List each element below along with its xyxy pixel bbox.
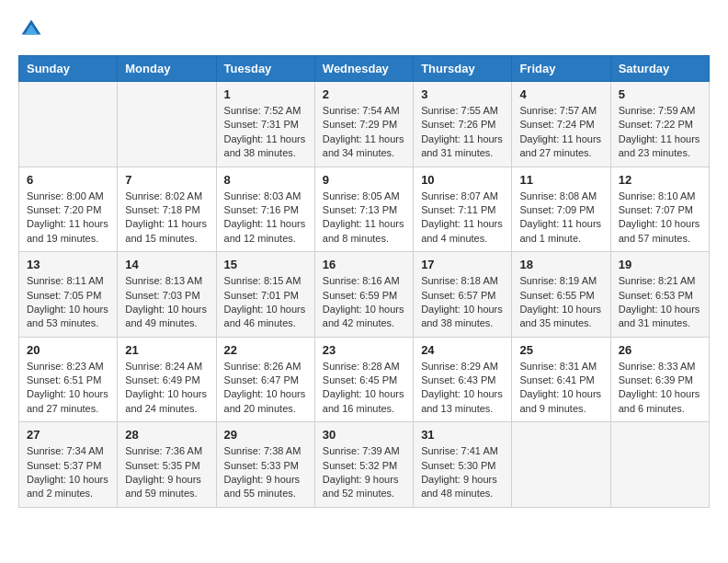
header-cell: Wednesday xyxy=(314,56,413,82)
day-number: 21 xyxy=(125,343,208,357)
cell-info: Sunrise: 8:11 AM Sunset: 7:05 PM Dayligh… xyxy=(27,274,109,331)
calendar-cell: 21Sunrise: 8:24 AM Sunset: 6:49 PM Dayli… xyxy=(118,337,216,422)
calendar-cell: 17Sunrise: 8:18 AM Sunset: 6:57 PM Dayli… xyxy=(414,252,512,338)
cell-info: Sunrise: 8:28 AM Sunset: 6:45 PM Dayligh… xyxy=(323,360,405,417)
header-cell: Sunday xyxy=(19,56,118,82)
header-cell: Friday xyxy=(512,56,610,82)
calendar-cell: 11Sunrise: 8:08 AM Sunset: 7:09 PM Dayli… xyxy=(512,167,610,252)
cell-info: Sunrise: 7:59 AM Sunset: 7:22 PM Dayligh… xyxy=(619,104,701,161)
calendar-cell: 5Sunrise: 7:59 AM Sunset: 7:22 PM Daylig… xyxy=(610,82,709,167)
calendar-cell: 19Sunrise: 8:21 AM Sunset: 6:53 PM Dayli… xyxy=(610,252,709,338)
day-number: 30 xyxy=(323,428,405,442)
header-row: SundayMondayTuesdayWednesdayThursdayFrid… xyxy=(19,56,710,82)
cell-info: Sunrise: 7:38 AM Sunset: 5:33 PM Dayligh… xyxy=(224,444,307,501)
cell-info: Sunrise: 8:23 AM Sunset: 6:51 PM Dayligh… xyxy=(27,360,109,417)
cell-info: Sunrise: 8:31 AM Sunset: 6:41 PM Dayligh… xyxy=(519,360,602,417)
cell-info: Sunrise: 8:07 AM Sunset: 7:11 PM Dayligh… xyxy=(421,190,504,247)
cell-info: Sunrise: 7:52 AM Sunset: 7:31 PM Dayligh… xyxy=(224,104,307,161)
calendar-cell: 2Sunrise: 7:54 AM Sunset: 7:29 PM Daylig… xyxy=(314,82,413,167)
calendar-cell: 24Sunrise: 8:29 AM Sunset: 6:43 PM Dayli… xyxy=(414,337,512,422)
cell-info: Sunrise: 7:54 AM Sunset: 7:29 PM Dayligh… xyxy=(323,104,405,161)
calendar-cell: 15Sunrise: 8:15 AM Sunset: 7:01 PM Dayli… xyxy=(216,252,314,338)
cell-info: Sunrise: 8:13 AM Sunset: 7:03 PM Dayligh… xyxy=(125,274,208,331)
calendar-row: 27Sunrise: 7:34 AM Sunset: 5:37 PM Dayli… xyxy=(19,422,710,508)
cell-info: Sunrise: 8:19 AM Sunset: 6:55 PM Dayligh… xyxy=(519,274,602,331)
cell-info: Sunrise: 8:16 AM Sunset: 6:59 PM Dayligh… xyxy=(323,274,405,331)
cell-info: Sunrise: 8:15 AM Sunset: 7:01 PM Dayligh… xyxy=(224,274,307,331)
calendar-cell: 14Sunrise: 8:13 AM Sunset: 7:03 PM Dayli… xyxy=(118,252,216,338)
cell-info: Sunrise: 8:05 AM Sunset: 7:13 PM Dayligh… xyxy=(323,190,405,247)
day-number: 11 xyxy=(519,173,602,187)
day-number: 9 xyxy=(323,173,405,187)
day-number: 5 xyxy=(619,87,701,101)
cell-info: Sunrise: 8:29 AM Sunset: 6:43 PM Dayligh… xyxy=(421,360,504,417)
calendar-cell: 3Sunrise: 7:55 AM Sunset: 7:26 PM Daylig… xyxy=(414,82,512,167)
calendar-cell: 1Sunrise: 7:52 AM Sunset: 7:31 PM Daylig… xyxy=(216,82,314,167)
day-number: 4 xyxy=(519,87,602,101)
calendar-cell: 4Sunrise: 7:57 AM Sunset: 7:24 PM Daylig… xyxy=(512,82,610,167)
day-number: 22 xyxy=(224,343,307,357)
cell-info: Sunrise: 8:03 AM Sunset: 7:16 PM Dayligh… xyxy=(224,190,307,247)
calendar-cell xyxy=(610,422,709,508)
calendar-table: SundayMondayTuesdayWednesdayThursdayFrid… xyxy=(18,55,710,508)
calendar-cell xyxy=(512,422,610,508)
cell-info: Sunrise: 8:02 AM Sunset: 7:18 PM Dayligh… xyxy=(125,190,208,247)
day-number: 19 xyxy=(619,258,701,271)
calendar-row: 20Sunrise: 8:23 AM Sunset: 6:51 PM Dayli… xyxy=(19,337,710,422)
calendar-row: 13Sunrise: 8:11 AM Sunset: 7:05 PM Dayli… xyxy=(19,252,710,338)
calendar-cell: 20Sunrise: 8:23 AM Sunset: 6:51 PM Dayli… xyxy=(19,337,118,422)
cell-info: Sunrise: 8:08 AM Sunset: 7:09 PM Dayligh… xyxy=(519,190,602,247)
day-number: 27 xyxy=(27,428,109,442)
cell-info: Sunrise: 8:33 AM Sunset: 6:39 PM Dayligh… xyxy=(619,360,701,417)
day-number: 10 xyxy=(421,173,504,187)
calendar-cell: 25Sunrise: 8:31 AM Sunset: 6:41 PM Dayli… xyxy=(512,337,610,422)
day-number: 15 xyxy=(224,258,307,271)
day-number: 8 xyxy=(224,173,307,187)
cell-info: Sunrise: 7:41 AM Sunset: 5:30 PM Dayligh… xyxy=(421,444,504,501)
calendar-cell: 23Sunrise: 8:28 AM Sunset: 6:45 PM Dayli… xyxy=(314,337,413,422)
calendar-cell: 27Sunrise: 7:34 AM Sunset: 5:37 PM Dayli… xyxy=(19,422,118,508)
day-number: 20 xyxy=(27,343,109,357)
day-number: 6 xyxy=(27,173,109,187)
cell-info: Sunrise: 7:39 AM Sunset: 5:32 PM Dayligh… xyxy=(323,444,405,501)
header-cell: Tuesday xyxy=(216,56,314,82)
calendar-cell: 16Sunrise: 8:16 AM Sunset: 6:59 PM Dayli… xyxy=(314,252,413,338)
calendar-cell: 26Sunrise: 8:33 AM Sunset: 6:39 PM Dayli… xyxy=(610,337,709,422)
day-number: 16 xyxy=(323,258,405,271)
calendar-cell xyxy=(19,82,118,167)
calendar-cell: 30Sunrise: 7:39 AM Sunset: 5:32 PM Dayli… xyxy=(314,422,413,508)
cell-info: Sunrise: 7:34 AM Sunset: 5:37 PM Dayligh… xyxy=(27,444,109,501)
cell-info: Sunrise: 8:18 AM Sunset: 6:57 PM Dayligh… xyxy=(421,274,504,331)
calendar-cell: 13Sunrise: 8:11 AM Sunset: 7:05 PM Dayli… xyxy=(19,252,118,338)
day-number: 24 xyxy=(421,343,504,357)
day-number: 18 xyxy=(519,258,602,271)
calendar-cell: 31Sunrise: 7:41 AM Sunset: 5:30 PM Dayli… xyxy=(414,422,512,508)
day-number: 1 xyxy=(224,87,307,101)
calendar-cell: 12Sunrise: 8:10 AM Sunset: 7:07 PM Dayli… xyxy=(610,167,709,252)
calendar-row: 6Sunrise: 8:00 AM Sunset: 7:20 PM Daylig… xyxy=(19,167,710,252)
day-number: 13 xyxy=(27,258,109,271)
calendar-cell: 28Sunrise: 7:36 AM Sunset: 5:35 PM Dayli… xyxy=(118,422,216,508)
calendar-row: 1Sunrise: 7:52 AM Sunset: 7:31 PM Daylig… xyxy=(19,82,710,167)
cell-info: Sunrise: 8:26 AM Sunset: 6:47 PM Dayligh… xyxy=(224,360,307,417)
cell-info: Sunrise: 8:24 AM Sunset: 6:49 PM Dayligh… xyxy=(125,360,208,417)
page-header xyxy=(18,18,710,40)
day-number: 25 xyxy=(519,343,602,357)
day-number: 17 xyxy=(421,258,504,271)
day-number: 26 xyxy=(619,343,701,357)
day-number: 28 xyxy=(125,428,208,442)
day-number: 2 xyxy=(323,87,405,101)
calendar-cell: 7Sunrise: 8:02 AM Sunset: 7:18 PM Daylig… xyxy=(118,167,216,252)
header-cell: Saturday xyxy=(610,56,709,82)
day-number: 29 xyxy=(224,428,307,442)
calendar-cell: 9Sunrise: 8:05 AM Sunset: 7:13 PM Daylig… xyxy=(314,167,413,252)
calendar-cell: 22Sunrise: 8:26 AM Sunset: 6:47 PM Dayli… xyxy=(216,337,314,422)
day-number: 3 xyxy=(421,87,504,101)
day-number: 14 xyxy=(125,258,208,271)
cell-info: Sunrise: 8:00 AM Sunset: 7:20 PM Dayligh… xyxy=(27,190,109,247)
calendar-cell: 18Sunrise: 8:19 AM Sunset: 6:55 PM Dayli… xyxy=(512,252,610,338)
calendar-cell: 29Sunrise: 7:38 AM Sunset: 5:33 PM Dayli… xyxy=(216,422,314,508)
cell-info: Sunrise: 7:36 AM Sunset: 5:35 PM Dayligh… xyxy=(125,444,208,501)
day-number: 12 xyxy=(619,173,701,187)
calendar-cell: 8Sunrise: 8:03 AM Sunset: 7:16 PM Daylig… xyxy=(216,167,314,252)
